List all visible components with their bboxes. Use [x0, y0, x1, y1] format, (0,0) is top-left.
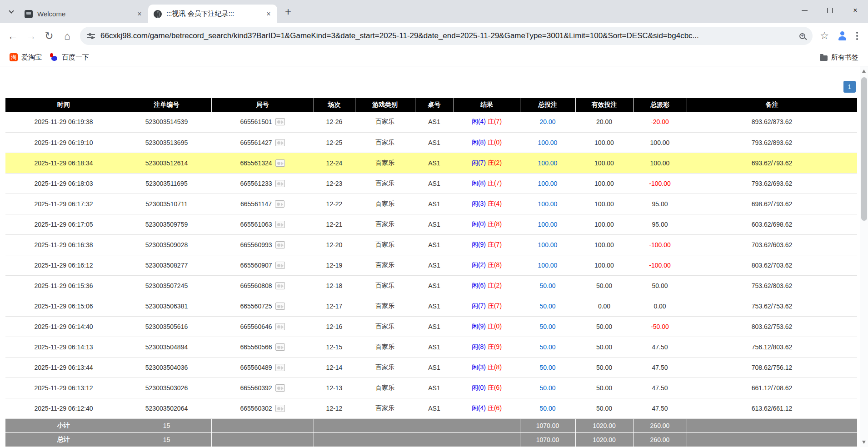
cell-round: 665560392: [211, 377, 314, 398]
forward-button[interactable]: →: [22, 27, 40, 45]
total-bet-link[interactable]: 50.00: [539, 384, 555, 392]
cell-valid-bet: 100.00: [575, 214, 633, 234]
refresh-button[interactable]: ↻: [40, 27, 58, 45]
cell-total-bet: 50.00: [520, 337, 575, 357]
bookmark-taobao[interactable]: 淘 爱淘宝: [5, 51, 46, 64]
cell-bet-id: 523003509028: [122, 234, 211, 255]
cell-session: 12-19: [314, 255, 355, 275]
browser-tab-betrecord[interactable]: :::视讯 会员下注纪录::: ×: [148, 5, 277, 23]
all-bookmarks-button[interactable]: 所有书签: [816, 51, 863, 64]
player-result: 闲(7): [472, 302, 486, 309]
bookmark-baidu[interactable]: 百度一下: [46, 51, 93, 64]
cell-round: 665561063: [211, 214, 314, 234]
video-icon[interactable]: [275, 384, 285, 392]
video-icon[interactable]: [275, 405, 285, 412]
address-bar[interactable]: 66cxkj98.com/game/betrecord_search/kind3…: [80, 27, 813, 45]
total-bet-link[interactable]: 50.00: [539, 343, 555, 351]
player-result: 闲(7): [472, 159, 486, 166]
cell-table-no: AS1: [415, 296, 454, 316]
tab-close-icon[interactable]: ×: [135, 9, 145, 19]
video-icon[interactable]: [275, 343, 285, 351]
bookmark-label: 爱淘宝: [21, 53, 42, 62]
subtotal-empty-remark: [687, 418, 857, 432]
total-bet-link[interactable]: 100.00: [538, 139, 558, 146]
total-bet-link[interactable]: 50.00: [539, 323, 555, 330]
total-bet-link[interactable]: 50.00: [539, 282, 555, 289]
total-bet-link[interactable]: 50.00: [539, 364, 555, 371]
total-bet-link[interactable]: 50.00: [539, 303, 555, 310]
cell-table-no: AS1: [415, 377, 454, 398]
cell-session: 12-24: [314, 153, 355, 173]
cell-payout: 47.50: [633, 337, 687, 357]
total-bet-link[interactable]: 100.00: [538, 262, 558, 269]
profile-icon[interactable]: [837, 31, 847, 41]
close-button[interactable]: ×: [843, 0, 868, 21]
player-result: 闲(4): [472, 118, 486, 125]
video-icon[interactable]: [275, 118, 285, 125]
video-icon[interactable]: [275, 303, 285, 310]
video-icon[interactable]: [275, 200, 284, 208]
cell-result: 闲(2) 庄(8): [454, 255, 520, 275]
column-header: 总派彩: [633, 98, 687, 112]
new-tab-button[interactable]: +: [281, 5, 295, 19]
pagination-page-1[interactable]: 1: [843, 81, 856, 93]
column-header: 场次: [314, 98, 355, 112]
video-icon[interactable]: [275, 262, 285, 269]
site-settings-icon[interactable]: [87, 32, 95, 40]
video-icon[interactable]: [275, 139, 285, 146]
cell-time: 2025-11-29 06:18:34: [5, 153, 122, 173]
minimize-button[interactable]: [792, 0, 817, 21]
zoom-icon[interactable]: [799, 33, 805, 39]
video-icon[interactable]: [275, 364, 285, 371]
cell-remark: 703.62/603.62: [687, 234, 857, 255]
table-row: 2025-11-29 06:15:06523003506381665560725…: [5, 296, 857, 316]
cell-valid-bet: 100.00: [575, 234, 633, 255]
video-icon[interactable]: [275, 241, 285, 248]
bookmark-star-icon[interactable]: ☆: [816, 28, 833, 44]
cell-total-bet: 100.00: [520, 194, 575, 214]
video-icon[interactable]: [275, 180, 285, 187]
cell-remark: 803.62/753.62: [687, 316, 857, 337]
cell-remark: 753.62/803.62: [687, 275, 857, 296]
maximize-button[interactable]: [817, 0, 843, 21]
scrollbar-thumb[interactable]: [861, 77, 867, 221]
tab-search-button[interactable]: [5, 5, 18, 19]
total-bet-link[interactable]: 100.00: [538, 241, 558, 248]
total-bet-link[interactable]: 100.00: [538, 221, 558, 228]
video-icon[interactable]: [275, 221, 285, 228]
video-icon[interactable]: [275, 323, 285, 330]
total-bet-link[interactable]: 100.00: [538, 159, 558, 167]
folder-icon: [820, 55, 828, 61]
page-scrollbar[interactable]: [860, 66, 868, 447]
cell-result: 闲(9) 庄(0): [454, 316, 520, 337]
cell-round: 665561147: [211, 194, 314, 214]
tab-close-icon[interactable]: ×: [264, 9, 274, 19]
cell-round: 665560907: [211, 255, 314, 275]
column-header: 注单编号: [122, 98, 211, 112]
scroll-up-icon[interactable]: [862, 70, 866, 73]
menu-dots-icon[interactable]: [852, 28, 863, 44]
cell-time: 2025-11-29 06:15:06: [5, 296, 122, 316]
cell-session: 12-14: [314, 357, 355, 377]
url-text[interactable]: 66cxkj98.com/game/betrecord_search/kind3…: [100, 31, 795, 40]
total-bet-link[interactable]: 50.00: [539, 405, 555, 412]
video-icon[interactable]: [275, 282, 285, 289]
cell-bet-id: 523003504036: [122, 357, 211, 377]
scroll-down-icon[interactable]: [862, 441, 866, 444]
betrecord-favicon-icon: [154, 10, 162, 18]
subtotal-row: 小计 15 1070.00 1020.00 260.00: [5, 418, 857, 432]
cell-payout: -100.00: [633, 234, 687, 255]
video-icon[interactable]: [275, 159, 285, 167]
cell-time: 2025-11-29 06:12:40: [5, 398, 122, 418]
cell-bet-id: 523003514539: [122, 112, 211, 132]
browser-tab-welcome[interactable]: Welcome ×: [19, 5, 148, 23]
cell-time: 2025-11-29 06:17:05: [5, 214, 122, 234]
home-button[interactable]: ⌂: [58, 27, 76, 45]
back-button[interactable]: ←: [4, 27, 22, 45]
cell-round: 665560993: [211, 234, 314, 255]
total-bet-link[interactable]: 20.00: [539, 118, 555, 125]
total-bet-link[interactable]: 100.00: [538, 200, 558, 208]
total-bet-link[interactable]: 100.00: [538, 180, 558, 187]
cell-valid-bet: 100.00: [575, 153, 633, 173]
cell-valid-bet: 100.00: [575, 255, 633, 275]
